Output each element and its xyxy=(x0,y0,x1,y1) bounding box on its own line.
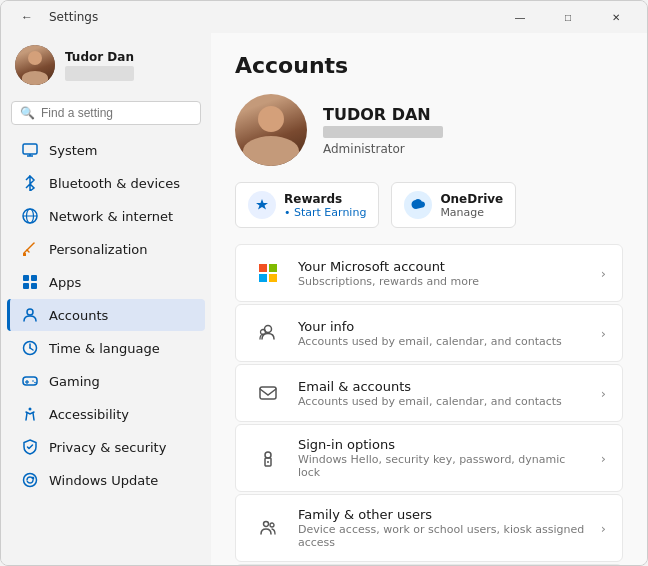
page-title: Accounts xyxy=(235,53,623,78)
rewards-row: Rewards • Start Earning OneDrive xyxy=(235,182,623,228)
settings-item-email[interactable]: Email & accounts Accounts used by email,… xyxy=(235,364,623,422)
sidebar-item-privacy[interactable]: Privacy & security xyxy=(7,431,205,463)
sidebar-item-label: Gaming xyxy=(49,374,100,389)
svg-point-31 xyxy=(267,461,269,463)
settings-list: Your Microsoft account Subscriptions, re… xyxy=(235,244,623,565)
account-header: TUDOR DAN Administrator xyxy=(235,94,623,166)
signin-text: Sign-in options Windows Hello, security … xyxy=(298,437,587,479)
settings-window: ← Settings — □ ✕ Tudor Dan xyxy=(0,0,648,566)
family-icon xyxy=(252,512,284,544)
svg-rect-9 xyxy=(23,283,29,289)
family-text: Family & other users Device access, work… xyxy=(298,507,587,549)
family-desc: Device access, work or school users, kio… xyxy=(298,523,587,549)
back-button[interactable]: ← xyxy=(13,3,41,31)
account-email-bar xyxy=(323,126,443,138)
svg-line-14 xyxy=(30,348,33,350)
microsoft-account-icon xyxy=(252,257,284,289)
signin-desc: Windows Hello, security key, password, d… xyxy=(298,453,587,479)
sidebar-item-accessibility[interactable]: Accessibility xyxy=(7,398,205,430)
search-input[interactable] xyxy=(41,106,192,120)
sidebar-item-label: Personalization xyxy=(49,242,148,257)
microsoft-account-title: Your Microsoft account xyxy=(298,259,587,274)
svg-point-19 xyxy=(34,382,36,384)
onedrive-icon xyxy=(404,191,432,219)
email-icon xyxy=(252,377,284,409)
account-details: TUDOR DAN Administrator xyxy=(323,105,443,156)
settings-item-your-info[interactable]: Your info Accounts used by email, calend… xyxy=(235,304,623,362)
accounts-icon xyxy=(21,306,39,324)
close-button[interactable]: ✕ xyxy=(593,1,639,33)
sidebar-item-apps[interactable]: Apps xyxy=(7,266,205,298)
sidebar-item-label: Accessibility xyxy=(49,407,129,422)
sidebar-item-label: Time & language xyxy=(49,341,160,356)
svg-point-33 xyxy=(270,523,274,527)
sidebar-item-label: Apps xyxy=(49,275,81,290)
your-info-desc: Accounts used by email, calendar, and co… xyxy=(298,335,587,348)
chevron-icon: › xyxy=(601,386,606,401)
svg-point-32 xyxy=(264,522,269,527)
main-content: Accounts TUDOR DAN Administrator xyxy=(211,33,647,565)
rewards-card[interactable]: Rewards • Start Earning xyxy=(235,182,379,228)
onedrive-label: OneDrive xyxy=(440,192,503,206)
microsoft-account-text: Your Microsoft account Subscriptions, re… xyxy=(298,259,587,288)
svg-rect-23 xyxy=(269,264,277,272)
minimize-button[interactable]: — xyxy=(497,1,543,33)
email-title: Email & accounts xyxy=(298,379,587,394)
maximize-button[interactable]: □ xyxy=(545,1,591,33)
svg-rect-28 xyxy=(260,387,276,399)
chevron-icon: › xyxy=(601,266,606,281)
rewards-icon xyxy=(248,191,276,219)
system-icon xyxy=(21,141,39,159)
account-name: TUDOR DAN xyxy=(323,105,443,124)
apps-icon xyxy=(21,273,39,291)
user-email xyxy=(65,66,134,81)
svg-rect-0 xyxy=(23,144,37,154)
sidebar-item-time[interactable]: Time & language xyxy=(7,332,205,364)
rewards-sub: • Start Earning xyxy=(284,206,366,219)
sidebar-item-system[interactable]: System xyxy=(7,134,205,166)
rewards-label: Rewards xyxy=(284,192,366,206)
user-profile[interactable]: Tudor Dan xyxy=(1,33,211,97)
svg-point-29 xyxy=(265,452,271,458)
privacy-icon xyxy=(21,438,39,456)
svg-rect-25 xyxy=(269,274,277,282)
sidebar-item-gaming[interactable]: Gaming xyxy=(7,365,205,397)
sidebar-item-label: Accounts xyxy=(49,308,108,323)
sidebar-item-personalization[interactable]: Personalization xyxy=(7,233,205,265)
accessibility-icon xyxy=(21,405,39,423)
chevron-icon: › xyxy=(601,451,606,466)
signin-icon xyxy=(252,442,284,474)
sidebar-item-label: Bluetooth & devices xyxy=(49,176,180,191)
network-icon xyxy=(21,207,39,225)
sidebar-item-update[interactable]: Windows Update xyxy=(7,464,205,496)
chevron-icon: › xyxy=(601,326,606,341)
user-name: Tudor Dan xyxy=(65,50,134,64)
sidebar-item-network[interactable]: Network & internet xyxy=(7,200,205,232)
window-controls: — □ ✕ xyxy=(497,1,639,33)
title-bar-left: ← Settings xyxy=(13,3,98,31)
svg-rect-7 xyxy=(23,275,29,281)
onedrive-sub: Manage xyxy=(440,206,503,219)
settings-item-signin[interactable]: Sign-in options Windows Hello, security … xyxy=(235,424,623,492)
svg-rect-15 xyxy=(23,377,37,385)
sidebar-item-label: Network & internet xyxy=(49,209,173,224)
window-title: Settings xyxy=(49,10,98,24)
onedrive-card[interactable]: OneDrive Manage xyxy=(391,182,516,228)
your-info-icon xyxy=(252,317,284,349)
sidebar-item-label: Windows Update xyxy=(49,473,158,488)
onedrive-text: OneDrive Manage xyxy=(440,192,503,219)
svg-rect-22 xyxy=(259,264,267,272)
search-box[interactable]: 🔍 xyxy=(11,101,201,125)
svg-point-18 xyxy=(32,380,34,382)
settings-item-backup[interactable]: Windows backup Back up your files, apps,… xyxy=(235,564,623,565)
chevron-icon: › xyxy=(601,521,606,536)
rewards-text: Rewards • Start Earning xyxy=(284,192,366,219)
settings-item-family[interactable]: Family & other users Device access, work… xyxy=(235,494,623,562)
svg-rect-6 xyxy=(23,253,26,256)
gaming-icon xyxy=(21,372,39,390)
email-desc: Accounts used by email, calendar, and co… xyxy=(298,395,587,408)
sidebar-item-accounts[interactable]: Accounts xyxy=(7,299,205,331)
sidebar-item-bluetooth[interactable]: Bluetooth & devices xyxy=(7,167,205,199)
signin-title: Sign-in options xyxy=(298,437,587,452)
settings-item-microsoft-account[interactable]: Your Microsoft account Subscriptions, re… xyxy=(235,244,623,302)
